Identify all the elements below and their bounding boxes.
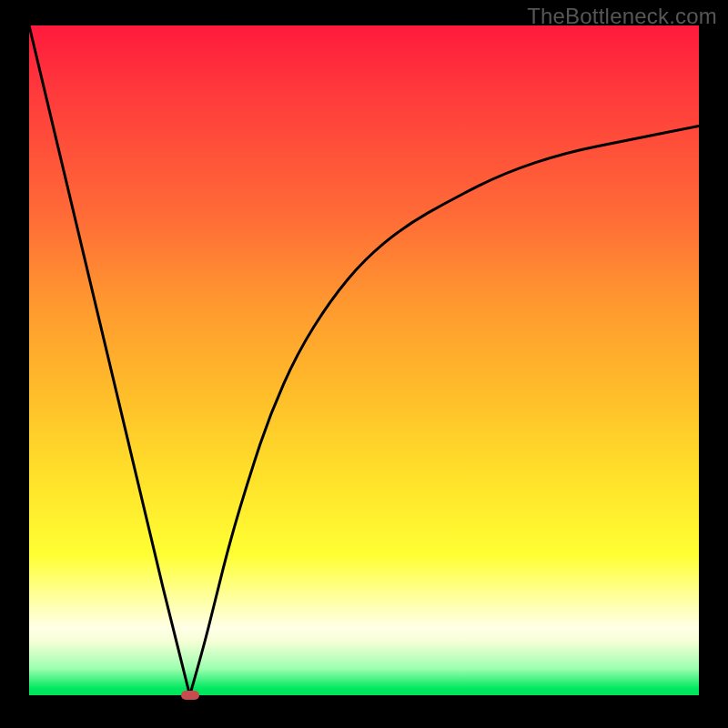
minimum-marker <box>181 691 199 700</box>
watermark-label: TheBottleneck.com <box>527 4 717 29</box>
curve-right-line <box>190 126 699 695</box>
chart-frame: TheBottleneck.com <box>0 0 728 728</box>
curve-left-line <box>29 25 190 695</box>
plot-svg <box>29 25 699 695</box>
